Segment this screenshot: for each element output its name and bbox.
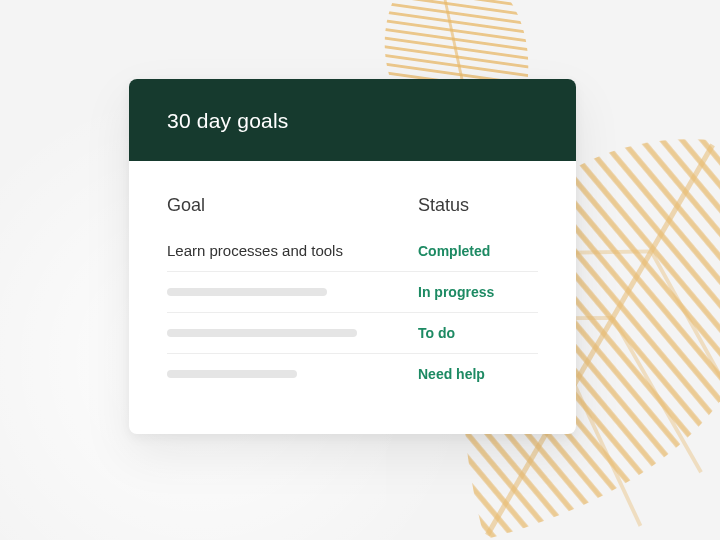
status-badge: Completed [418,243,538,259]
status-badge: To do [418,325,538,341]
goals-card: 30 day goals Goal Status Learn processes… [129,79,576,434]
goal-placeholder [167,288,327,296]
card-title: 30 day goals [129,79,576,161]
goal-placeholder [167,329,357,337]
goal-column-header: Goal [167,195,418,216]
goals-list: Learn processes and toolsCompletedIn pro… [167,242,538,394]
goal-placeholder [167,370,297,378]
goal-cell [167,288,418,296]
table-row: To do [167,313,538,354]
status-badge: In progress [418,284,538,300]
status-badge: Need help [418,366,538,382]
goal-cell: Learn processes and tools [167,242,418,259]
goal-cell [167,370,418,378]
table-row: Need help [167,354,538,394]
table-header: Goal Status [167,195,538,216]
goal-text: Learn processes and tools [167,242,402,259]
status-column-header: Status [418,195,538,216]
goal-cell [167,329,418,337]
table-row: In progress [167,272,538,313]
card-body: Goal Status Learn processes and toolsCom… [129,161,576,434]
table-row: Learn processes and toolsCompleted [167,242,538,272]
